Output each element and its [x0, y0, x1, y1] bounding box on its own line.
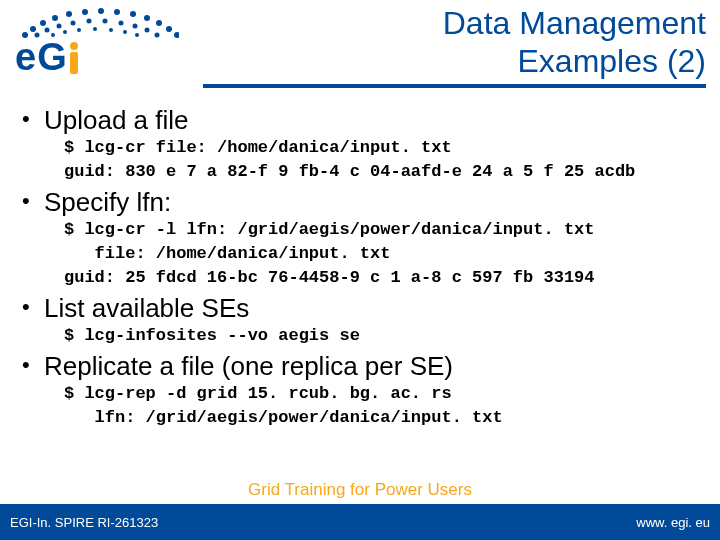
- bullet-heading: List available SEs: [44, 292, 714, 324]
- svg-point-6: [98, 8, 104, 14]
- svg-point-21: [145, 28, 150, 33]
- svg-point-1: [30, 26, 36, 32]
- footer-center-text: Grid Training for Power Users: [248, 480, 472, 499]
- svg-point-25: [77, 28, 81, 32]
- svg-point-15: [57, 24, 62, 29]
- footer-left: EGI-In. SPIRE RI-261323: [10, 515, 158, 530]
- svg-point-17: [87, 19, 92, 24]
- bullet-heading: Specify lfn:: [44, 186, 714, 218]
- code-line: $ lcg-cr file: /home/danica/input. txt: [64, 138, 714, 158]
- title-line-1: Data Management: [443, 4, 706, 42]
- code-line: lfn: /grid/aegis/power/danica/input. txt: [64, 408, 714, 428]
- svg-point-24: [63, 30, 67, 34]
- logo-text: e G: [15, 36, 78, 79]
- svg-point-7: [114, 9, 120, 15]
- logo-letter-i-icon: [70, 42, 78, 74]
- svg-point-5: [82, 9, 88, 15]
- svg-point-10: [156, 20, 162, 26]
- bullet-item: List available SEs $ lcg-infosites --vo …: [6, 292, 714, 346]
- bullet-list: Upload a file $ lcg-cr file: /home/danic…: [6, 104, 714, 428]
- svg-point-12: [174, 32, 179, 38]
- bullet-item: Replicate a file (one replica per SE) $ …: [6, 350, 714, 428]
- svg-point-22: [155, 33, 160, 38]
- svg-point-9: [144, 15, 150, 21]
- svg-point-20: [133, 24, 138, 29]
- footer-right: www. egi. eu: [636, 515, 710, 530]
- svg-point-28: [123, 30, 127, 34]
- logo-letter-e: e: [15, 36, 37, 79]
- svg-point-3: [52, 15, 58, 21]
- footer-center: Grid Training for Power Users: [0, 480, 720, 500]
- svg-point-2: [40, 20, 46, 26]
- svg-point-19: [119, 21, 124, 26]
- slide: e G Data Management Examples (2) Upload …: [0, 0, 720, 540]
- bullet-item: Upload a file $ lcg-cr file: /home/danic…: [6, 104, 714, 182]
- svg-point-18: [103, 19, 108, 24]
- bullet-heading: Replicate a file (one replica per SE): [44, 350, 714, 382]
- code-line: guid: 830 e 7 a 82-f 9 fb-4 c 04-aafd-e …: [64, 162, 714, 182]
- code-line: $ lcg-cr -l lfn: /grid/aegis/power/danic…: [64, 220, 714, 240]
- bullet-item: Specify lfn: $ lcg-cr -l lfn: /grid/aegi…: [6, 186, 714, 288]
- egi-logo: e G: [5, 5, 185, 85]
- code-line: file: /home/danica/input. txt: [64, 244, 714, 264]
- svg-point-16: [71, 21, 76, 26]
- svg-point-26: [93, 27, 97, 31]
- slide-title: Data Management Examples (2): [443, 4, 706, 80]
- bullet-heading: Upload a file: [44, 104, 714, 136]
- slide-header: e G Data Management Examples (2): [0, 0, 720, 100]
- code-line: $ lcg-infosites --vo aegis se: [64, 326, 714, 346]
- code-line: guid: 25 fdcd 16-bc 76-4458-9 c 1 a-8 c …: [64, 268, 714, 288]
- svg-point-8: [130, 11, 136, 17]
- slide-footer: EGI-In. SPIRE RI-261323 www. egi. eu: [0, 504, 720, 540]
- svg-point-27: [109, 28, 113, 32]
- svg-point-11: [166, 26, 172, 32]
- title-underline: [203, 84, 706, 88]
- logo-letter-g: G: [37, 36, 68, 79]
- logo-arcs-icon: [19, 5, 179, 39]
- code-line: $ lcg-rep -d grid 15. rcub. bg. ac. rs: [64, 384, 714, 404]
- svg-point-29: [135, 33, 139, 37]
- svg-point-14: [45, 28, 50, 33]
- svg-point-4: [66, 11, 72, 17]
- title-line-2: Examples (2): [443, 42, 706, 80]
- slide-body: Upload a file $ lcg-cr file: /home/danic…: [0, 104, 720, 432]
